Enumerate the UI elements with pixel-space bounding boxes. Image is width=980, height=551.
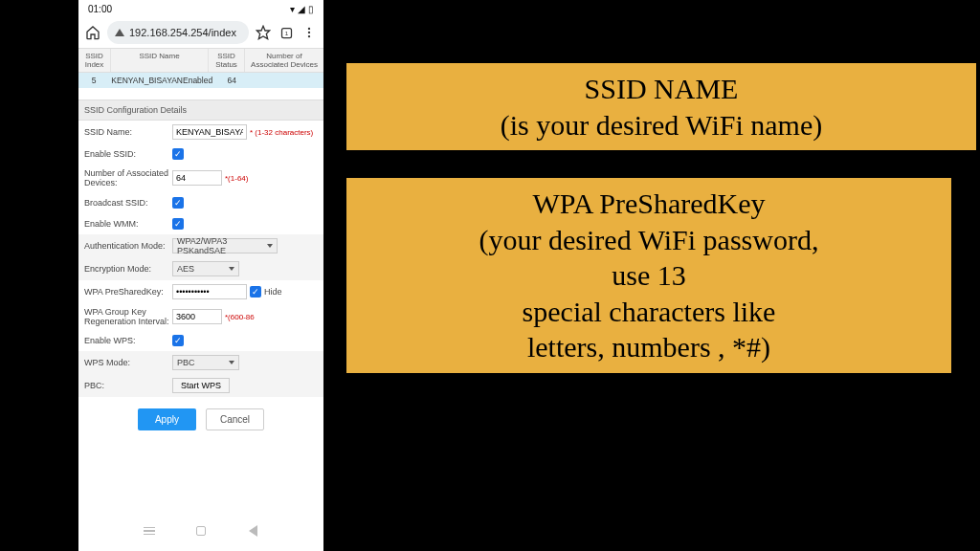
num-assoc-label: Number of Associated Devices:: [84, 168, 172, 188]
groupkey-hint: *(600-86: [225, 313, 255, 321]
auth-label: Authentication Mode:: [84, 241, 172, 251]
th-ssid-index: SSID Index: [78, 49, 111, 72]
row-wps: Enable WPS: ✓: [78, 330, 323, 351]
wpsmode-label: WPS Mode:: [84, 358, 172, 367]
svg-point-3: [308, 28, 310, 30]
wmm-checkbox[interactable]: ✓: [172, 218, 184, 230]
android-nav-bar: [78, 518, 323, 551]
auth-select[interactable]: WPA2/WPA3 PSKandSAE: [172, 238, 278, 253]
psk-hide-checkbox[interactable]: ✓: [250, 286, 261, 298]
psk-label: WPA PreSharedKey:: [84, 287, 172, 297]
th-ssid-name: SSID Name: [111, 49, 209, 72]
section-ssid-config: SSID Configuration Details: [78, 99, 323, 121]
callout-psk: WPA PreSharedKey (your desired WiFi pass…: [346, 178, 951, 373]
row-wmm: Enable WMM: ✓: [78, 213, 323, 234]
kebab-menu-icon[interactable]: [301, 24, 318, 41]
enc-select[interactable]: AES: [172, 261, 239, 276]
url-text: 192.168.254.254/index: [129, 27, 236, 38]
callout2-line1: WPA PreSharedKey: [358, 186, 940, 222]
cell-index: 5: [78, 76, 109, 85]
svg-point-5: [308, 35, 310, 37]
psk-hide-label: Hide: [264, 287, 282, 297]
callout1-line2: (is your desired WiFi name): [358, 107, 965, 143]
start-wps-button[interactable]: Start WPS: [172, 378, 230, 393]
wifi-icon: ▾: [290, 4, 295, 14]
battery-icon: ▯: [308, 4, 314, 14]
enc-label: Encryption Mode:: [84, 264, 172, 274]
callout2-line4: special characters like: [358, 294, 940, 330]
row-wps-mode: WPS Mode: PBC: [78, 351, 323, 374]
row-psk: WPA PreSharedKey: ✓ Hide: [78, 280, 323, 303]
apply-button[interactable]: Apply: [138, 408, 196, 430]
signal-icon: ◢: [298, 4, 305, 14]
row-broadcast: Broadcast SSID: ✓: [78, 192, 323, 213]
row-enable-ssid: Enable SSID: ✓: [78, 143, 323, 165]
row-groupkey: WPA Group Key Regeneration Interval: *(6…: [78, 303, 323, 331]
svg-point-4: [308, 32, 310, 33]
num-assoc-hint: *(1-64): [225, 174, 248, 183]
callout1-line1: SSID NAME: [358, 71, 965, 107]
browser-toolbar: 192.168.254.254/index 1: [78, 17, 323, 48]
enable-ssid-checkbox[interactable]: ✓: [172, 148, 184, 160]
row-ssid-name: SSID Name: * (1-32 characters): [78, 121, 323, 143]
ssid-name-input[interactable]: [172, 124, 247, 140]
row-pbc: PBC: Start WPS: [78, 374, 323, 397]
wps-checkbox[interactable]: ✓: [172, 335, 184, 346]
phone-frame: 01:00 ▾ ◢ ▯ 192.168.254.254/index 1 SSID…: [78, 0, 323, 551]
svg-marker-0: [256, 26, 269, 38]
num-assoc-input[interactable]: [172, 170, 222, 186]
callout2-line2: (your desired WiFi password,: [358, 222, 940, 258]
status-time: 01:00: [88, 4, 112, 14]
tabs-icon[interactable]: 1: [278, 24, 295, 41]
broadcast-checkbox[interactable]: ✓: [172, 197, 184, 209]
phone-statusbar: 01:00 ▾ ◢ ▯: [78, 0, 323, 17]
broadcast-label: Broadcast SSID:: [84, 198, 172, 208]
groupkey-input[interactable]: [172, 309, 222, 324]
bookmark-icon[interactable]: [255, 24, 272, 41]
cancel-button[interactable]: Cancel: [206, 408, 264, 430]
th-ssid-status: SSID Status: [209, 49, 245, 72]
wps-label: Enable WPS:: [84, 336, 172, 345]
pbc-label: PBC:: [84, 381, 172, 390]
row-num-assoc: Number of Associated Devices: *(1-64): [78, 165, 323, 192]
row-auth-mode: Authentication Mode: WPA2/WPA3 PSKandSAE: [78, 234, 323, 257]
ssid-table-row-selected[interactable]: 5 KENYAN_BISAYANEnabled 64: [78, 73, 323, 88]
ssid-table-header: SSID Index SSID Name SSID Status Number …: [78, 48, 323, 73]
nav-home-icon[interactable]: [194, 524, 208, 538]
row-enc-mode: Encryption Mode: AES: [78, 257, 323, 280]
wmm-label: Enable WMM:: [84, 219, 172, 229]
wpsmode-select[interactable]: PBC: [172, 355, 239, 370]
home-icon[interactable]: [84, 24, 101, 41]
form-buttons: Apply Cancel: [78, 397, 323, 438]
cell-name: KENYAN_BISAYANEnabled: [109, 76, 214, 85]
ssid-name-label: SSID Name:: [84, 127, 172, 137]
ssid-name-hint: * (1-32 characters): [250, 128, 313, 137]
psk-input[interactable]: [172, 284, 247, 299]
groupkey-label: WPA Group Key Regeneration Interval:: [84, 307, 172, 327]
status-icons: ▾ ◢ ▯: [290, 4, 314, 14]
site-security-icon: [115, 29, 124, 36]
callout-ssid-name: SSID NAME (is your desired WiFi name): [346, 63, 976, 150]
enable-ssid-label: Enable SSID:: [84, 149, 172, 159]
callout2-line3: use 13: [358, 257, 940, 294]
nav-back-icon[interactable]: [246, 524, 259, 538]
nav-recent-icon[interactable]: [143, 524, 156, 538]
callout2-line5: letters, numbers , *#): [358, 329, 940, 365]
svg-text:1: 1: [284, 30, 288, 36]
url-bar[interactable]: 192.168.254.254/index: [107, 21, 249, 44]
th-num-assoc: Number of Associated Devices: [245, 49, 323, 72]
cell-devices: 64: [214, 76, 249, 85]
